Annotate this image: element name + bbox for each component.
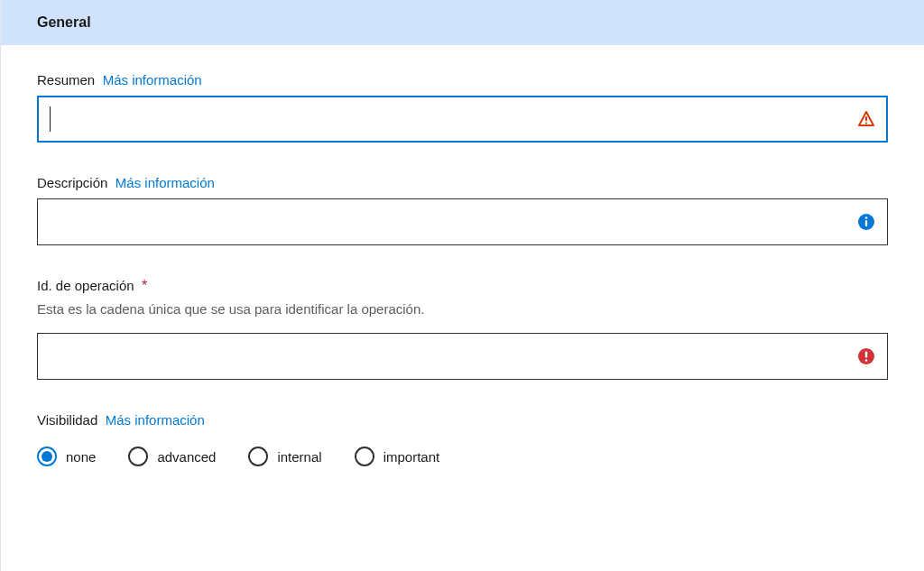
svg-point-1 [865, 122, 867, 124]
summary-input[interactable] [37, 96, 888, 143]
required-asterisk: * [142, 278, 147, 293]
visibility-label: Visibilidad [37, 412, 97, 428]
visibility-radio-group: none advanced internal important [37, 447, 888, 466]
label-row-visibility: Visibilidad Más información [37, 412, 888, 428]
radio-dot [42, 451, 52, 462]
section-header: General [1, 0, 924, 45]
field-group-description: Descripción Más información [37, 175, 888, 245]
radio-label-none: none [66, 449, 96, 465]
radio-circle-important [355, 447, 374, 466]
summary-label: Resumen [37, 72, 95, 87]
operation-id-input[interactable] [37, 333, 888, 380]
form-body: Resumen Más información Descripción [1, 45, 924, 517]
radio-option-important[interactable]: important [355, 447, 440, 466]
radio-option-none[interactable]: none [37, 447, 96, 466]
operation-id-label: Id. de operación [37, 278, 134, 293]
radio-option-internal[interactable]: internal [248, 447, 321, 466]
svg-rect-6 [865, 352, 867, 358]
description-input[interactable] [37, 198, 888, 245]
svg-rect-0 [865, 116, 867, 121]
field-group-visibility: Visibilidad Más información none advance… [37, 412, 888, 466]
field-group-operation-id: Id. de operación * Esta es la cadena úni… [37, 278, 888, 380]
svg-point-7 [865, 359, 868, 362]
radio-circle-none [37, 447, 57, 466]
summary-learn-more-link[interactable]: Más información [103, 72, 202, 87]
summary-input-wrapper [37, 96, 888, 143]
radio-label-important: important [383, 449, 440, 465]
operation-id-input-wrapper [37, 333, 888, 380]
svg-point-3 [865, 216, 868, 219]
description-input-wrapper [37, 198, 888, 245]
form-container: General Resumen Más información [0, 0, 924, 571]
svg-rect-4 [865, 220, 867, 226]
description-learn-more-link[interactable]: Más información [116, 175, 215, 190]
radio-label-internal: internal [277, 449, 321, 465]
operation-id-helper: Esta es la cadena única que se usa para … [37, 301, 888, 317]
radio-option-advanced[interactable]: advanced [128, 447, 216, 466]
visibility-learn-more-link[interactable]: Más información [106, 412, 205, 428]
error-icon [857, 347, 875, 365]
info-icon [857, 213, 875, 231]
radio-circle-internal [248, 447, 268, 466]
label-row-summary: Resumen Más información [37, 72, 888, 88]
section-title: General [37, 14, 91, 30]
label-row-description: Descripción Más información [37, 175, 888, 191]
description-label: Descripción [37, 175, 107, 190]
radio-circle-advanced [128, 447, 148, 466]
field-group-summary: Resumen Más información [37, 72, 888, 143]
label-row-operation-id: Id. de operación * [37, 278, 888, 294]
warning-icon [857, 110, 875, 128]
text-cursor [50, 106, 51, 132]
radio-label-advanced: advanced [157, 449, 216, 465]
